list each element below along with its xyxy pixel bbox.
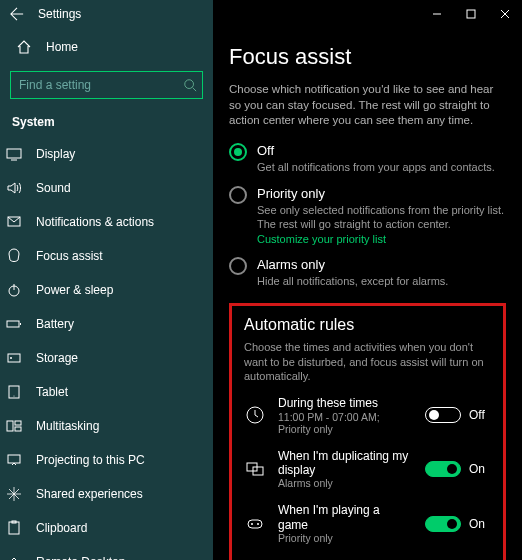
svg-point-0 [185, 79, 194, 88]
rule-title: When I'm playing a game [278, 503, 413, 532]
sidebar-item-label: Notifications & actions [36, 215, 154, 229]
sidebar-item-clipboard[interactable]: Clipboard [0, 511, 213, 545]
rule-playing-game[interactable]: When I'm playing a game Priority only On [244, 503, 491, 544]
search-input[interactable] [10, 71, 203, 99]
sidebar-item-sound[interactable]: Sound [0, 171, 213, 205]
sidebar-item-label: Remote Desktop [36, 555, 125, 560]
search-icon [183, 78, 197, 92]
toggle-state: On [469, 517, 491, 531]
sidebar-item-focus-assist[interactable]: Focus assist [0, 239, 213, 273]
svg-rect-11 [15, 421, 21, 425]
sidebar-item-battery[interactable]: Battery [0, 307, 213, 341]
page-title: Focus assist [229, 44, 506, 70]
sidebar-nav: Display Sound Notifications & actions Fo… [0, 137, 213, 560]
radio-icon [229, 257, 247, 275]
projecting-icon [6, 452, 22, 468]
rule-title: During these times [278, 396, 413, 410]
rule-toggle[interactable] [425, 461, 461, 477]
radio-icon [229, 186, 247, 204]
sidebar-item-label: Storage [36, 351, 78, 365]
back-arrow-icon[interactable] [10, 6, 26, 22]
customize-priority-link[interactable]: Customize your priority list [257, 233, 506, 245]
toggle-state: On [469, 462, 491, 476]
titlebar: Settings [0, 0, 213, 29]
rules-title: Automatic rules [244, 316, 491, 334]
rule-duplicating-display[interactable]: When I'm duplicating my display Alarms o… [244, 449, 491, 490]
svg-rect-6 [8, 354, 20, 362]
svg-point-20 [251, 523, 253, 525]
sidebar-item-label: Tablet [36, 385, 68, 399]
sidebar-item-label: Shared experiences [36, 487, 143, 501]
rule-sub: Alarms only [278, 477, 413, 489]
rule-toggle[interactable] [425, 407, 461, 423]
sidebar-item-multitasking[interactable]: Multitasking [0, 409, 213, 443]
svg-point-7 [10, 357, 12, 359]
multitasking-icon [6, 418, 22, 434]
sidebar-item-notifications[interactable]: Notifications & actions [0, 205, 213, 239]
svg-rect-4 [7, 321, 19, 327]
sidebar-item-shared[interactable]: Shared experiences [0, 477, 213, 511]
sidebar-item-tablet[interactable]: Tablet [0, 375, 213, 409]
sound-icon [6, 180, 22, 196]
radio-label: Alarms only [257, 257, 448, 272]
sidebar-item-label: Clipboard [36, 521, 87, 535]
sidebar-item-remote[interactable]: Remote Desktop [0, 545, 213, 560]
rules-description: Choose the times and activities when you… [244, 340, 491, 385]
close-button[interactable] [488, 0, 522, 28]
radio-off[interactable]: Off Get all notifications from your apps… [229, 143, 506, 174]
sidebar-item-display[interactable]: Display [0, 137, 213, 171]
rule-toggle[interactable] [425, 516, 461, 532]
sidebar-item-label: Multitasking [36, 419, 99, 433]
sidebar-home[interactable]: Home [10, 29, 203, 65]
radio-alarms[interactable]: Alarms only Hide all notifications, exce… [229, 257, 506, 288]
window-controls [420, 0, 522, 28]
rule-sub: Priority only [278, 532, 413, 544]
gamepad-icon [244, 514, 266, 534]
automatic-rules-section: Automatic rules Choose the times and act… [229, 303, 506, 560]
minimize-button[interactable] [420, 0, 454, 28]
clock-icon [244, 405, 266, 425]
focus-assist-icon [6, 248, 22, 264]
sidebar-item-label: Projecting to this PC [36, 453, 145, 467]
svg-rect-16 [467, 10, 475, 18]
sidebar-item-storage[interactable]: Storage [0, 341, 213, 375]
svg-rect-10 [7, 421, 13, 431]
svg-rect-12 [15, 427, 21, 431]
rule-title: When I'm duplicating my display [278, 449, 413, 478]
focus-mode-radios: Off Get all notifications from your apps… [229, 143, 506, 289]
svg-point-9 [14, 395, 15, 396]
rule-sub: 11:00 PM - 07:00 AM; Priority only [278, 411, 413, 435]
sidebar-item-label: Display [36, 147, 75, 161]
radio-sublabel: See only selected notifications from the… [257, 203, 506, 232]
tablet-icon [6, 384, 22, 400]
toggle-state: Off [469, 408, 491, 422]
radio-label: Off [257, 143, 495, 158]
sidebar-item-power[interactable]: Power & sleep [0, 273, 213, 307]
svg-rect-1 [7, 149, 21, 158]
svg-point-21 [257, 523, 259, 525]
power-icon [6, 282, 22, 298]
sidebar-item-projecting[interactable]: Projecting to this PC [0, 443, 213, 477]
svg-rect-14 [9, 522, 19, 534]
sidebar-item-label: Sound [36, 181, 71, 195]
storage-icon [6, 350, 22, 366]
notifications-icon [6, 214, 22, 230]
battery-icon [6, 316, 22, 332]
sidebar-home-label: Home [46, 40, 78, 54]
settings-sidebar: Settings Home System Display Sound [0, 0, 213, 560]
main-content: Focus assist Choose which notification y… [213, 0, 522, 560]
rule-during-times[interactable]: During these times 11:00 PM - 07:00 AM; … [244, 396, 491, 434]
clipboard-icon [6, 520, 22, 536]
sidebar-item-label: Power & sleep [36, 283, 113, 297]
radio-priority[interactable]: Priority only See only selected notifica… [229, 186, 506, 246]
shared-icon [6, 486, 22, 502]
remote-icon [6, 554, 22, 560]
app-title: Settings [38, 7, 81, 21]
maximize-button[interactable] [454, 0, 488, 28]
radio-sublabel: Hide all notifications, except for alarm… [257, 274, 448, 288]
display-icon [6, 146, 22, 162]
sidebar-item-label: Battery [36, 317, 74, 331]
svg-rect-5 [20, 323, 21, 325]
svg-rect-13 [8, 455, 20, 463]
sidebar-section-label: System [10, 109, 203, 137]
